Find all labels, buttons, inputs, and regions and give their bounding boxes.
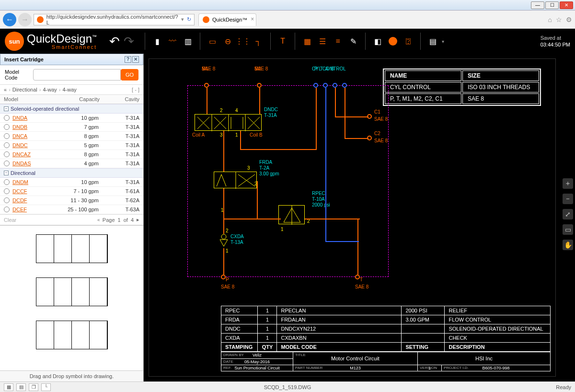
- collapse-toggle[interactable]: [ - ]: [132, 87, 139, 92]
- model-link[interactable]: DNDM: [12, 179, 60, 185]
- zoom-window-icon[interactable]: ▭: [563, 224, 573, 235]
- cartridge-row[interactable]: DCDF11 - 30 gpmT-62A: [0, 196, 143, 205]
- panel-close-icon[interactable]: ✕: [132, 56, 139, 63]
- pan-icon[interactable]: ✋: [563, 240, 573, 250]
- tool-net-icon[interactable]: ┐: [252, 35, 264, 47]
- browser-back-button[interactable]: ←: [3, 13, 16, 26]
- group-header[interactable]: −Solenoid-operated directional: [0, 104, 143, 114]
- symbol-preview-area[interactable]: [0, 225, 143, 370]
- url-bar[interactable]: http://quickdesigndev.sunhydraulics.com/…: [34, 14, 195, 25]
- valve-frda[interactable]: [214, 172, 257, 188]
- radio-icon[interactable]: [4, 188, 10, 194]
- tool-text-icon[interactable]: T: [276, 35, 289, 47]
- window-close-button[interactable]: ✕: [560, 1, 573, 9]
- tool-help-icon[interactable]: ⍰: [402, 35, 414, 47]
- port-cyl-b[interactable]: [342, 83, 347, 88]
- model-link[interactable]: DCEF: [12, 207, 60, 212]
- chevron-down-icon[interactable]: ▾: [442, 39, 444, 44]
- cartridge-row[interactable]: DNCAZ8 gpmT-31A: [0, 150, 143, 159]
- window-maximize-button[interactable]: ☐: [545, 1, 559, 9]
- tool-3d-icon[interactable]: ◧: [371, 35, 384, 47]
- model-link[interactable]: DNCA: [12, 133, 60, 139]
- zoom-fit-icon[interactable]: ⤢: [563, 209, 573, 219]
- tool-group-icon[interactable]: ⋮⋮: [237, 35, 249, 47]
- port-cyl-a[interactable]: [333, 83, 337, 88]
- radio-icon[interactable]: [4, 197, 10, 203]
- valve-dndc[interactable]: [195, 114, 262, 131]
- zoom-out-icon[interactable]: －: [563, 194, 573, 204]
- tool-cartridge-icon[interactable]: ▮: [151, 35, 163, 47]
- window-minimize-button[interactable]: —: [531, 1, 544, 9]
- breadcrumb-item[interactable]: Directional: [12, 87, 37, 92]
- tool-doc-icon[interactable]: ▤: [426, 35, 439, 47]
- radio-icon[interactable]: [4, 161, 10, 166]
- cartridge-row[interactable]: DCCF7 - 10 gpmT-61A: [0, 187, 143, 196]
- radio-icon[interactable]: [4, 115, 10, 121]
- gear-icon[interactable]: ⚙: [566, 16, 572, 23]
- cartridge-row[interactable]: DCEF25 - 100 gpmT-63A: [0, 205, 143, 214]
- cartridge-row[interactable]: DNCA8 gpmT-31A: [0, 132, 143, 141]
- status-copy-icon[interactable]: ❐: [29, 383, 38, 391]
- status-angle-icon[interactable]: └: [41, 383, 51, 391]
- cartridge-row[interactable]: DNDB7 gpmT-31A: [0, 123, 143, 132]
- tool-layout1-icon[interactable]: ▦: [301, 35, 313, 47]
- port-t[interactable]: [355, 275, 360, 279]
- symbol-preview[interactable]: [36, 234, 108, 263]
- tool-layout2-icon[interactable]: ☰: [316, 35, 329, 47]
- tool-manifold-icon[interactable]: ▥: [182, 35, 194, 47]
- port-m2[interactable]: [257, 83, 262, 88]
- model-link[interactable]: DNDB: [12, 124, 60, 130]
- panel-help-icon[interactable]: ?: [125, 56, 131, 63]
- schematic[interactable]: SAE 8 M1 SAE 8 M2 CYL CONTROL P T A B C1…: [173, 66, 460, 282]
- go-button[interactable]: GO: [121, 69, 138, 81]
- valve-cxda[interactable]: [219, 233, 228, 248]
- port-m1[interactable]: [204, 83, 209, 88]
- browser-forward-button[interactable]: →: [18, 13, 32, 26]
- cartridge-row[interactable]: DNDM10 gpmT-31A: [0, 178, 143, 187]
- tool-node-icon[interactable]: ⊖: [221, 35, 234, 47]
- cartridge-row[interactable]: DNDC5 gpmT-31A: [0, 141, 143, 150]
- pager-first-icon[interactable]: ◂: [97, 217, 100, 223]
- tool-select-icon[interactable]: ▭: [206, 35, 218, 47]
- home-icon[interactable]: ⌂: [548, 16, 552, 23]
- model-code-input[interactable]: [33, 69, 121, 81]
- radio-icon[interactable]: [4, 207, 10, 212]
- tool-layout3-icon[interactable]: ≡: [332, 35, 344, 47]
- redo-button[interactable]: ↷: [124, 34, 134, 49]
- radio-icon[interactable]: [4, 142, 10, 148]
- undo-button[interactable]: ↶: [109, 34, 120, 49]
- model-link[interactable]: DNDAS: [12, 161, 60, 166]
- cartridge-row[interactable]: DNDA10 gpmT-31A: [0, 114, 143, 123]
- pager-next-icon[interactable]: ▸: [137, 217, 139, 223]
- breadcrumb-item[interactable]: 4-way: [43, 87, 57, 92]
- model-link[interactable]: DNDA: [12, 115, 60, 121]
- status-grid2-icon[interactable]: ▤: [16, 383, 26, 391]
- port-p[interactable]: [221, 275, 226, 279]
- radio-icon[interactable]: [4, 151, 10, 157]
- cartridge-row[interactable]: DNDAS4 gpmT-31A: [0, 159, 143, 168]
- symbol-preview[interactable]: [36, 277, 108, 306]
- breadcrumb-root[interactable]: «: [4, 87, 7, 92]
- symbol-preview[interactable]: [36, 321, 108, 349]
- url-dropdown-icon[interactable]: ▾: [181, 16, 184, 23]
- valve-rpec[interactable]: [278, 205, 305, 224]
- drawing-canvas[interactable]: NAMESIZE CYL CONTROLISO 03 INCH THREADS …: [149, 58, 556, 377]
- radio-icon[interactable]: [4, 133, 10, 139]
- group-header[interactable]: −Directional: [0, 168, 143, 178]
- port-cyl-t[interactable]: [323, 83, 328, 88]
- model-link[interactable]: DNDC: [12, 142, 60, 148]
- radio-icon[interactable]: [4, 124, 10, 130]
- model-link[interactable]: DCDF: [12, 197, 60, 203]
- zoom-in-icon[interactable]: ＋: [563, 178, 573, 189]
- clear-button[interactable]: Clear: [4, 217, 16, 223]
- browser-tab[interactable]: QuickDesign™ ×: [198, 13, 256, 26]
- port-cyl-p[interactable]: [313, 83, 318, 88]
- tool-edit-icon[interactable]: ✎: [347, 35, 359, 47]
- url-refresh-icon[interactable]: ↻: [187, 16, 191, 23]
- tab-close-icon[interactable]: ×: [251, 16, 254, 23]
- tool-sun-icon[interactable]: [387, 35, 399, 47]
- star-icon[interactable]: ☆: [556, 16, 562, 23]
- tool-valve-icon[interactable]: 〰: [166, 35, 179, 47]
- radio-icon[interactable]: [4, 179, 10, 185]
- model-link[interactable]: DNCAZ: [12, 151, 60, 157]
